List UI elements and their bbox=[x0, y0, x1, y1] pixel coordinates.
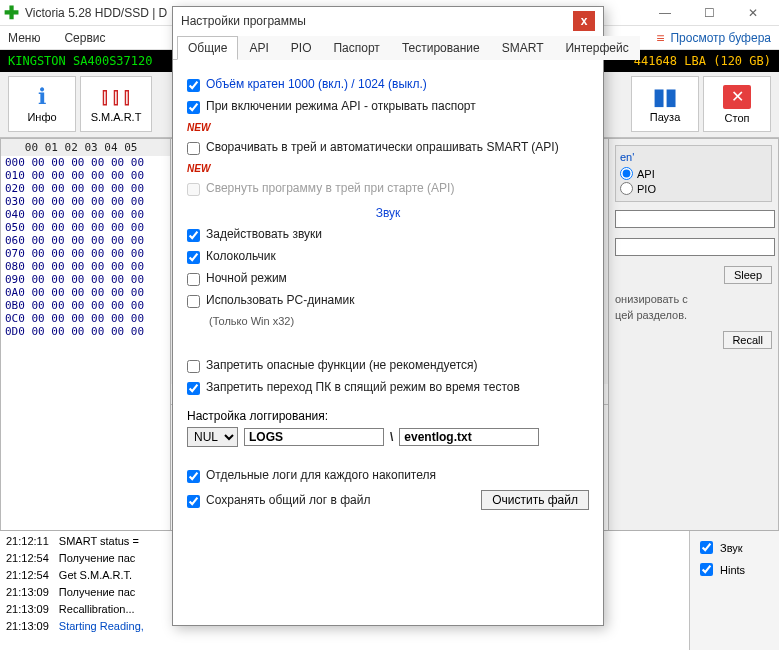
new-badge-1: NEW bbox=[187, 122, 589, 133]
pc-speaker-sublabel: (Только Win x32) bbox=[209, 315, 589, 327]
sync-fragment: онизировать сцей разделов. bbox=[615, 292, 772, 323]
menu-item-menu[interactable]: Меню bbox=[8, 31, 40, 45]
lba-input-2[interactable] bbox=[615, 238, 775, 256]
hex-row: 0A0 00 00 00 00 00 00 bbox=[1, 286, 170, 299]
log-separator: \ bbox=[390, 430, 393, 444]
pause-icon: ▮▮ bbox=[653, 86, 677, 108]
sound-label: Звук bbox=[720, 542, 743, 554]
settings-dialog: Настройки программы x ОбщиеAPIPIOПаспорт… bbox=[172, 6, 604, 626]
separate-logs-label: Отдельные логи для каждого накопителя bbox=[206, 468, 436, 482]
api-radio[interactable] bbox=[620, 167, 633, 180]
hex-row: 060 00 00 00 00 00 00 bbox=[1, 234, 170, 247]
log-file-input[interactable] bbox=[399, 428, 539, 446]
lba-input[interactable] bbox=[615, 210, 775, 228]
api-open-passport-label: При включении режима API - открывать пас… bbox=[206, 99, 476, 113]
logging-label: Настройка логгирования: bbox=[187, 409, 589, 423]
menu-item-service[interactable]: Сервис bbox=[64, 31, 105, 45]
hex-row: 0B0 00 00 00 00 00 00 bbox=[1, 299, 170, 312]
pause-button[interactable]: ▮▮ Пауза bbox=[631, 76, 699, 132]
settings-titlebar: Настройки программы x bbox=[173, 7, 603, 35]
close-button[interactable]: ✕ bbox=[731, 1, 775, 25]
minimize-button[interactable]: — bbox=[643, 1, 687, 25]
smart-icon: ⫿⫿⫿ bbox=[100, 86, 133, 108]
settings-tab-тестирование[interactable]: Тестирование bbox=[391, 36, 491, 60]
stop-button[interactable]: ✕ Стоп bbox=[703, 76, 771, 132]
settings-tab-паспорт[interactable]: Паспорт bbox=[322, 36, 390, 60]
hex-row: 050 00 00 00 00 00 00 bbox=[1, 221, 170, 234]
maximize-button[interactable]: ☐ bbox=[687, 1, 731, 25]
enable-sounds-checkbox[interactable] bbox=[187, 229, 200, 242]
hex-row: 080 00 00 00 00 00 00 bbox=[1, 260, 170, 273]
forbid-danger-checkbox[interactable] bbox=[187, 360, 200, 373]
tray-smart-checkbox[interactable] bbox=[187, 142, 200, 155]
info-button[interactable]: ℹ Инфо bbox=[8, 76, 76, 132]
forbid-sleep-checkbox[interactable] bbox=[187, 382, 200, 395]
forbid-danger-label: Запретить опасные функции (не рекомендуе… bbox=[206, 358, 478, 372]
info-icon: ℹ bbox=[38, 86, 46, 108]
hex-header: 00 01 02 03 04 05 bbox=[1, 139, 170, 156]
settings-title: Настройки программы bbox=[181, 14, 306, 28]
view-buffer-link[interactable]: Просмотр буфера bbox=[670, 31, 771, 45]
settings-tabs: ОбщиеAPIPIOПаспортТестированиеSMARTИнтер… bbox=[173, 35, 603, 60]
volume-1000-checkbox[interactable] bbox=[187, 79, 200, 92]
forbid-sleep-label: Запретить переход ПК в спящий режим во в… bbox=[206, 380, 520, 394]
hints-checkbox[interactable] bbox=[700, 563, 713, 576]
stop-icon: ✕ bbox=[723, 85, 751, 109]
app-icon: ✚ bbox=[4, 2, 19, 24]
night-mode-label: Ночной режим bbox=[206, 271, 287, 285]
hex-row: 070 00 00 00 00 00 00 bbox=[1, 247, 170, 260]
log-drive-select[interactable]: NUL bbox=[187, 427, 238, 447]
recall-button[interactable]: Recall bbox=[723, 331, 772, 349]
stop-label: Стоп bbox=[725, 112, 750, 124]
settings-body: Объём кратен 1000 (вкл.) / 1024 (выкл.) … bbox=[173, 60, 603, 625]
hex-row: 090 00 00 00 00 00 00 bbox=[1, 273, 170, 286]
drive-lba: 441648 LBA (120 GB) bbox=[634, 54, 771, 68]
pio-radio-label: PIO bbox=[637, 183, 656, 195]
hints-label: Hints bbox=[720, 564, 745, 576]
hex-row: 000 00 00 00 00 00 00 bbox=[1, 156, 170, 169]
clear-file-button[interactable]: Очистить файл bbox=[481, 490, 589, 510]
en-fragment: en' bbox=[620, 151, 634, 163]
pc-speaker-label: Использовать PC-динамик bbox=[206, 293, 354, 307]
settings-tab-api[interactable]: API bbox=[238, 36, 279, 60]
hex-row: 0C0 00 00 00 00 00 00 bbox=[1, 312, 170, 325]
hex-row: 0D0 00 00 00 00 00 00 bbox=[1, 325, 170, 338]
smart-label: S.M.A.R.T bbox=[91, 111, 142, 123]
settings-tab-интерфейс[interactable]: Интерфейс bbox=[554, 36, 639, 60]
pause-label: Пауза bbox=[650, 111, 681, 123]
sound-section-header: Звук bbox=[187, 206, 589, 220]
save-common-log-label: Сохранять общий лог в файл bbox=[206, 493, 370, 507]
new-badge-2: NEW bbox=[187, 163, 589, 174]
settings-close-button[interactable]: x bbox=[573, 11, 595, 31]
bell-label: Колокольчик bbox=[206, 249, 276, 263]
info-label: Инфо bbox=[27, 111, 56, 123]
pc-speaker-checkbox[interactable] bbox=[187, 295, 200, 308]
hex-row: 020 00 00 00 00 00 00 bbox=[1, 182, 170, 195]
smart-button[interactable]: ⫿⫿⫿ S.M.A.R.T bbox=[80, 76, 152, 132]
hex-row: 030 00 00 00 00 00 00 bbox=[1, 195, 170, 208]
tray-start-label: Свернуть программу в трей при старте (AP… bbox=[206, 181, 454, 195]
settings-tab-smart[interactable]: SMART bbox=[491, 36, 555, 60]
hamburger-icon: ≡ bbox=[656, 30, 664, 46]
separate-logs-checkbox[interactable] bbox=[187, 470, 200, 483]
sound-checkbox[interactable] bbox=[700, 541, 713, 554]
drive-model: KINGSTON SA400S37120 bbox=[8, 54, 153, 68]
enable-sounds-label: Задействовать звуки bbox=[206, 227, 322, 241]
log-dir-input[interactable] bbox=[244, 428, 384, 446]
tray-smart-label: Сворачивать в трей и автоматически опраш… bbox=[206, 140, 559, 154]
hex-row: 010 00 00 00 00 00 00 bbox=[1, 169, 170, 182]
settings-tab-pio[interactable]: PIO bbox=[280, 36, 323, 60]
log-options: Звук Hints bbox=[689, 531, 779, 650]
save-common-log-checkbox[interactable] bbox=[187, 495, 200, 508]
volume-1000-label: Объём кратен 1000 (вкл.) / 1024 (выкл.) bbox=[206, 77, 427, 91]
api-open-passport-checkbox[interactable] bbox=[187, 101, 200, 114]
settings-tab-общие[interactable]: Общие bbox=[177, 36, 238, 60]
sleep-button[interactable]: Sleep bbox=[724, 266, 772, 284]
hex-row: 040 00 00 00 00 00 00 bbox=[1, 208, 170, 221]
api-radio-label: API bbox=[637, 168, 655, 180]
night-mode-checkbox[interactable] bbox=[187, 273, 200, 286]
tray-start-checkbox bbox=[187, 183, 200, 196]
bell-checkbox[interactable] bbox=[187, 251, 200, 264]
pio-radio[interactable] bbox=[620, 182, 633, 195]
